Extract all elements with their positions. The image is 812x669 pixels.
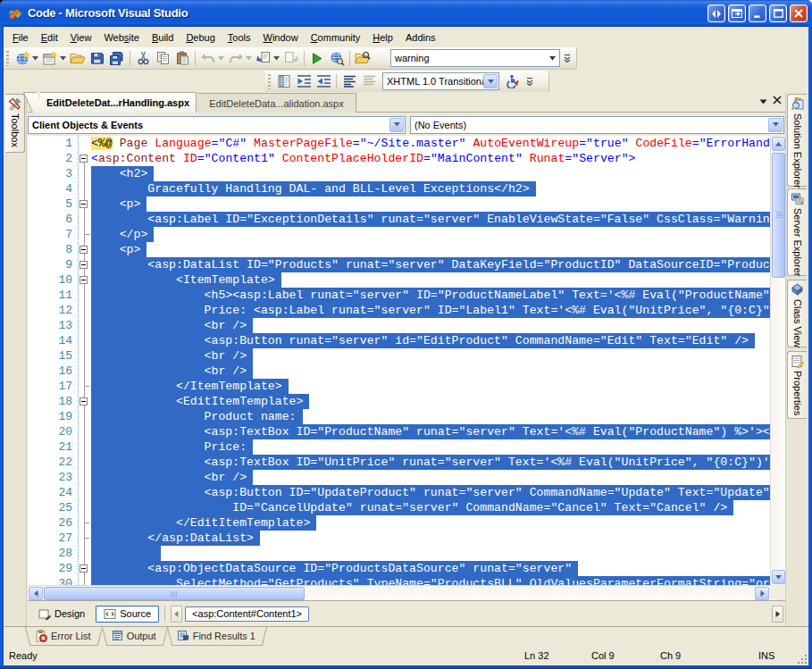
tag-navigator-left-button[interactable]	[171, 606, 182, 623]
navigate-forward-button[interactable]	[281, 49, 301, 68]
code-line-30[interactable]: SelectMethod="GetProducts" TypeName="Pro…	[91, 576, 770, 585]
window-context-button[interactable]	[707, 4, 725, 22]
collapse-box-line-2[interactable]	[80, 155, 88, 163]
navigate-backward-dropdown[interactable]	[272, 49, 281, 68]
horizontal-scroll-thumb[interactable]	[44, 587, 305, 600]
properties-tab[interactable]: Properties	[787, 351, 807, 419]
object-combobox-arrow[interactable]	[389, 118, 404, 132]
code-line-25[interactable]: ID="CancelUpdate" runat="server" Command…	[91, 500, 770, 515]
minimize-button[interactable]	[749, 4, 766, 22]
menu-community[interactable]: Community	[305, 29, 367, 46]
code-line-3[interactable]: <h2>	[91, 166, 770, 181]
event-combobox-value[interactable]: (No Events)	[411, 120, 768, 130]
save-all-button[interactable]	[107, 49, 127, 68]
horizontal-scrollbar[interactable]	[28, 585, 770, 600]
scroll-right-button[interactable]	[755, 587, 769, 600]
undo-dropdown[interactable]	[216, 49, 226, 68]
code-line-26[interactable]: </EditItemTemplate>	[91, 515, 770, 531]
document-tab-inactive[interactable]: EditDeleteData...alidation.aspx	[197, 93, 356, 113]
code-line-23[interactable]: <br />	[91, 470, 770, 485]
code-line-19[interactable]: Product name:	[91, 409, 770, 424]
vertical-scrollbar[interactable]	[770, 136, 785, 585]
document-tab-active[interactable]: EditDeleteDat...rHandling.aspx	[40, 92, 197, 113]
collapse-box-line-9[interactable]	[80, 261, 88, 269]
menu-debug[interactable]: Debug	[180, 29, 221, 46]
find-results-tab[interactable]: Find Results 1	[172, 627, 263, 646]
resize-grip[interactable]	[796, 653, 808, 665]
code-line-4[interactable]: Gracefully Handling DAL- and BLL-Level E…	[91, 181, 770, 197]
redo-button[interactable]	[226, 49, 246, 68]
collapse-box-line-10[interactable]	[80, 276, 88, 284]
add-new-item-dropdown[interactable]	[58, 49, 68, 68]
paste-button[interactable]	[172, 49, 192, 68]
cut-button[interactable]	[133, 49, 153, 68]
code-line-13[interactable]: <br />	[91, 318, 770, 333]
code-line-11[interactable]: <h5><asp:Label runat="server" ID="Produc…	[91, 288, 770, 303]
code-line-14[interactable]: <asp:Button runat="server" id="EditProdu…	[91, 333, 770, 348]
code-line-7[interactable]: </p>	[91, 227, 770, 242]
toolbar-grip[interactable]	[267, 74, 272, 89]
code-line-6[interactable]: <asp:Label ID="ExceptionDetails" runat="…	[91, 212, 770, 227]
doctype-combobox-value[interactable]: XHTML 1.0 Transitional (	[383, 76, 483, 87]
vertical-scroll-thumb[interactable]	[772, 153, 785, 278]
menu-edit[interactable]: Edit	[35, 29, 64, 46]
code-line-18[interactable]: <EditItemTemplate>	[91, 394, 770, 409]
menu-file[interactable]: File	[6, 29, 35, 46]
code-line-17[interactable]: </ItemTemplate>	[91, 379, 770, 394]
add-new-item-button[interactable]	[40, 49, 60, 68]
scroll-down-button[interactable]	[772, 570, 785, 584]
validate-document-button[interactable]	[274, 72, 294, 91]
object-combobox-value[interactable]: Client Objects & Events	[29, 120, 389, 130]
find-combobox-value[interactable]: warning	[391, 53, 546, 63]
toolbar-overflow-button[interactable]	[524, 72, 535, 91]
window-popout-button[interactable]	[728, 4, 746, 22]
undo-button[interactable]	[198, 49, 218, 68]
event-combobox-arrow[interactable]	[768, 118, 783, 132]
toolbar-overflow-button[interactable]	[562, 49, 573, 68]
code-line-1[interactable]: <%@ Page Language="C#" MasterPageFile="~…	[91, 136, 770, 151]
error-list-tab[interactable]: Error List	[29, 627, 98, 646]
code-line-27[interactable]: </asp:DataList>	[91, 531, 770, 546]
menu-window[interactable]: Window	[257, 29, 305, 46]
code-text[interactable]: <%@ Page Language="C#" MasterPageFile="~…	[91, 136, 770, 585]
toolbox-tab[interactable]: Toolbox	[5, 94, 25, 153]
decrease-indent-button[interactable]	[294, 72, 314, 91]
output-tab[interactable]: Output	[106, 627, 163, 646]
code-line-9[interactable]: <asp:DataList ID="Products" runat="serve…	[91, 257, 770, 272]
object-combobox[interactable]: Client Objects & Events	[28, 116, 406, 134]
document-list-dropdown-icon[interactable]	[759, 96, 767, 106]
doctype-combobox[interactable]: XHTML 1.0 Transitional (	[382, 72, 499, 90]
code-line-12[interactable]: Price: <asp:Label runat="server" ID="Lab…	[91, 303, 770, 318]
format-document-button[interactable]	[359, 72, 379, 91]
menu-build[interactable]: Build	[146, 29, 180, 46]
solution-explorer-tab[interactable]: Solution Explorer	[787, 94, 807, 187]
save-button[interactable]	[88, 49, 107, 68]
code-line-29[interactable]: <asp:ObjectDataSource ID="ProductsDataSo…	[91, 561, 770, 576]
doctype-combobox-arrow[interactable]	[483, 74, 498, 88]
code-line-24[interactable]: <asp:Button ID="UpdateProduct" runat="se…	[91, 485, 770, 500]
copy-button[interactable]	[153, 49, 172, 68]
new-website-dropdown[interactable]	[30, 49, 40, 68]
check-accessibility-button[interactable]	[503, 72, 523, 91]
code-line-2[interactable]: <asp:Content ID="Content1" ContentPlaceH…	[91, 151, 770, 166]
source-view-button[interactable]: Source	[96, 606, 159, 623]
outlining-margin[interactable]	[79, 136, 91, 585]
scroll-up-button[interactable]	[772, 137, 785, 151]
close-button[interactable]	[790, 4, 808, 22]
menu-website[interactable]: Website	[97, 29, 146, 46]
new-website-button[interactable]	[13, 49, 32, 68]
redo-dropdown[interactable]	[244, 49, 254, 68]
code-line-15[interactable]: <br />	[91, 348, 770, 364]
class-view-tab[interactable]: Class View	[787, 280, 807, 347]
format-selection-button[interactable]	[339, 72, 359, 91]
tag-navigator-right-button[interactable]	[772, 606, 783, 623]
start-debugging-button[interactable]	[307, 49, 327, 68]
code-line-20[interactable]: <asp:TextBox ID="ProductName" runat="ser…	[91, 424, 770, 439]
code-line-5[interactable]: <p>	[91, 197, 770, 212]
collapse-box-line-8[interactable]	[80, 246, 88, 254]
menu-help[interactable]: Help	[366, 29, 399, 46]
navigate-backward-button[interactable]	[254, 49, 273, 68]
code-line-16[interactable]: <br />	[91, 364, 770, 379]
event-combobox[interactable]: (No Events)	[410, 116, 784, 134]
menu-addins[interactable]: Addins	[399, 29, 442, 46]
